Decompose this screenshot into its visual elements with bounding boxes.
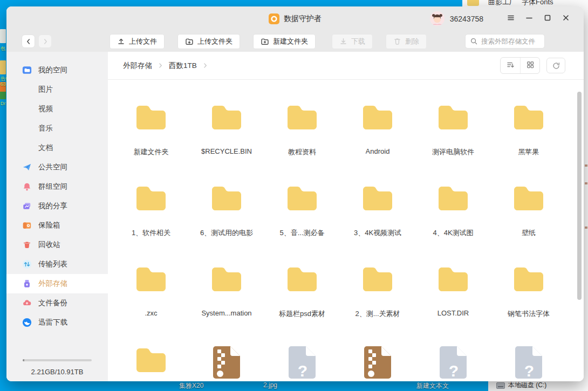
file-item-$RECYCLE.BIN[interactable]: $RECYCLE.BIN bbox=[189, 102, 264, 183]
sidebar-item-label: 视频 bbox=[38, 104, 53, 114]
desktop-icon-label: 2.jpg bbox=[263, 381, 277, 389]
file-item-.zxc[interactable]: .zxc bbox=[113, 264, 189, 345]
sidebar-item-我的空间[interactable]: 我的空间 bbox=[6, 60, 108, 80]
file-label: 测评电脑软件 bbox=[432, 147, 474, 157]
file-item[interactable]: ? bbox=[491, 345, 566, 381]
folder-icon bbox=[511, 183, 546, 218]
file-item-4、4K测试图[interactable]: 4、4K测试图 bbox=[415, 183, 491, 264]
sidebar-item-label: 文件备份 bbox=[38, 298, 67, 308]
sidebar-item-视频[interactable]: 视频 bbox=[6, 99, 108, 119]
file-item-3、4K视频测试[interactable]: 3、4K视频测试 bbox=[340, 183, 415, 264]
file-item[interactable] bbox=[113, 345, 189, 381]
toolbar-button-new-folder[interactable]: 新建文件夹 bbox=[253, 34, 316, 49]
desktop-icon-label: 新建文本文 bbox=[416, 381, 449, 390]
file-item-System...mation[interactable]: System...mation bbox=[189, 264, 264, 345]
menu-button[interactable] bbox=[504, 12, 518, 26]
back-button[interactable] bbox=[22, 35, 35, 48]
file-item[interactable]: ? bbox=[264, 345, 340, 381]
file-item-Android[interactable]: Android bbox=[340, 102, 415, 183]
maximize-button[interactable] bbox=[541, 12, 555, 26]
sort-list-icon bbox=[506, 60, 515, 71]
forward-button[interactable] bbox=[38, 35, 52, 48]
sidebar-item-文档[interactable]: 文档 bbox=[6, 138, 108, 157]
new-folder-icon bbox=[261, 37, 269, 46]
file-item-1、软件相关[interactable]: 1、软件相关 bbox=[113, 183, 189, 264]
sidebar-item-迅雷下载[interactable]: 迅雷下载 bbox=[6, 313, 108, 332]
folder-icon bbox=[285, 102, 319, 137]
toolbar: 上传文件上传文件夹新建文件夹下载删除 bbox=[6, 31, 584, 52]
file-label: 4、4K测试图 bbox=[433, 228, 473, 238]
file-label: 壁纸 bbox=[522, 228, 536, 238]
grid-view-icon bbox=[526, 60, 535, 71]
unknown-icon: ? bbox=[286, 345, 318, 380]
breadcrumb-item[interactable]: 西数1TB bbox=[169, 61, 197, 71]
search-input[interactable] bbox=[481, 38, 540, 45]
background-fragment bbox=[585, 227, 587, 229]
file-item[interactable] bbox=[340, 345, 415, 381]
sidebar-item-公共空间[interactable]: 公共空间 bbox=[6, 157, 108, 177]
file-label: 教程资料 bbox=[288, 147, 316, 157]
sidebar-item-label: 我的分享 bbox=[38, 201, 67, 211]
archive-icon bbox=[211, 345, 242, 380]
folder-icon bbox=[436, 183, 470, 218]
toolbar-buttons: 上传文件上传文件夹新建文件夹下载删除 bbox=[110, 34, 427, 49]
file-label: 2、测...关素材 bbox=[355, 309, 400, 319]
my-space-icon bbox=[22, 65, 32, 75]
toolbar-button-download[interactable]: 下载 bbox=[332, 34, 373, 49]
sidebar-item-音乐[interactable]: 音乐 bbox=[6, 119, 108, 138]
folder-icon bbox=[360, 102, 395, 137]
sidebar-item-label: 传输列表 bbox=[38, 259, 67, 269]
vertical-scrollbar[interactable] bbox=[577, 92, 582, 300]
file-label: LOST.DIR bbox=[437, 309, 469, 317]
file-item[interactable] bbox=[189, 345, 264, 381]
titlebar: 数据守护者 36243758 bbox=[6, 6, 584, 31]
svg-text:?: ? bbox=[298, 362, 307, 380]
desktop-folder-fragment bbox=[0, 60, 6, 74]
sidebar-item-群组空间[interactable]: 群组空间 bbox=[6, 177, 108, 196]
breadcrumb-item[interactable]: 外部存储 bbox=[123, 61, 152, 71]
sort-list-button[interactable] bbox=[501, 58, 520, 73]
sidebar-item-label: 音乐 bbox=[38, 124, 53, 133]
background-folder-labels: 曲影工厂字体Fonts bbox=[488, 0, 585, 6]
toolbar-button-label: 新建文件夹 bbox=[273, 37, 308, 46]
unknown-icon: ? bbox=[513, 345, 544, 380]
folder-icon bbox=[511, 264, 546, 299]
sidebar-item-传输列表[interactable]: 传输列表 bbox=[6, 255, 108, 274]
maximize-icon bbox=[544, 14, 551, 23]
background-folder-name: 曲影工厂 bbox=[488, 0, 516, 6]
file-item-2、测...关素材[interactable]: 2、测...关素材 bbox=[340, 264, 415, 345]
file-item[interactable]: ? bbox=[415, 345, 491, 381]
grid-view-button[interactable] bbox=[520, 58, 539, 73]
chevron-right-icon bbox=[202, 62, 209, 69]
file-item-标题栏psd素材[interactable]: 标题栏psd素材 bbox=[264, 264, 340, 345]
sidebar-item-保险箱[interactable]: 保险箱 bbox=[6, 216, 108, 235]
sidebar-item-我的分享[interactable]: 我的分享 bbox=[6, 196, 108, 216]
view-toggle bbox=[500, 57, 540, 74]
file-item-壁纸[interactable]: 壁纸 bbox=[491, 183, 566, 264]
toolbar-button-delete[interactable]: 删除 bbox=[386, 34, 427, 49]
sidebar-item-回收站[interactable]: 回收站 bbox=[6, 235, 108, 255]
minimize-button[interactable] bbox=[522, 12, 536, 26]
file-item-新建文件夹[interactable]: 新建文件夹 bbox=[113, 102, 189, 183]
user-avatar[interactable] bbox=[430, 11, 445, 26]
refresh-button[interactable] bbox=[546, 58, 565, 73]
file-item-测评电脑软件[interactable]: 测评电脑软件 bbox=[415, 102, 491, 183]
desktop-label-fragment: 包 bbox=[1, 45, 5, 52]
toolbar-button-upload-folder[interactable]: 上传文件夹 bbox=[177, 34, 240, 49]
close-button[interactable] bbox=[559, 12, 573, 26]
file-item-教程资料[interactable]: 教程资料 bbox=[264, 102, 340, 183]
group-space-icon bbox=[22, 182, 32, 191]
sidebar-item-外部存储[interactable]: 外部存储 bbox=[6, 274, 108, 293]
toolbar-button-upload-file[interactable]: 上传文件 bbox=[110, 34, 165, 49]
file-item-6、测试用的电影[interactable]: 6、测试用的电影 bbox=[189, 183, 264, 264]
sidebar-item-图片[interactable]: 图片 bbox=[6, 80, 108, 99]
sidebar-item-文件备份[interactable]: 文件备份 bbox=[6, 293, 108, 313]
explorer-drive-item[interactable]: 本地磁盘 (C:) bbox=[496, 381, 546, 390]
file-item-LOST.DIR[interactable]: LOST.DIR bbox=[415, 264, 491, 345]
sidebar-item-label: 我的空间 bbox=[38, 65, 67, 75]
file-item-黑苹果[interactable]: 黑苹果 bbox=[491, 102, 566, 183]
file-item-钢笔书法字体[interactable]: 钢笔书法字体 bbox=[491, 264, 566, 345]
sidebar: 我的空间图片视频音乐文档公共空间群组空间我的分享保险箱回收站传输列表外部存储文件… bbox=[6, 52, 108, 381]
drive-label: 本地磁盘 (C:) bbox=[508, 381, 546, 390]
file-item-5、音...测必备[interactable]: 5、音...测必备 bbox=[264, 183, 340, 264]
